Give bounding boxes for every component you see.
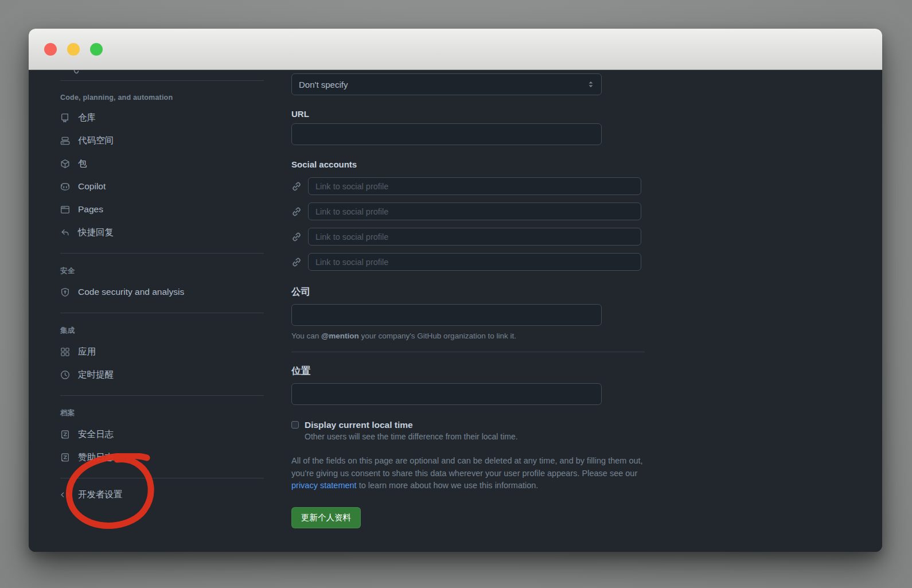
pronouns-select[interactable]: Don't specify xyxy=(291,73,602,95)
sidebar-item-sponsorship-log[interactable]: 赞助日志 xyxy=(60,446,264,469)
link-icon xyxy=(291,257,302,267)
titlebar xyxy=(29,29,882,70)
sidebar-item-copilot[interactable]: Copilot xyxy=(60,175,264,198)
maximize-button[interactable] xyxy=(90,43,103,56)
url-input[interactable] xyxy=(291,123,602,145)
browser-icon xyxy=(60,205,70,215)
clipped-item-remnant xyxy=(73,70,79,75)
sidebar-item-packages[interactable]: 包 xyxy=(60,152,264,175)
select-caret-icon xyxy=(587,80,594,88)
log-icon xyxy=(60,430,70,439)
settings-sidebar: Code, planning, and automation 仓库 代码空 xyxy=(29,70,264,552)
mention-keyword: @mention xyxy=(321,332,359,340)
sidebar-item-security-log[interactable]: 安全日志 xyxy=(60,423,264,446)
sidebar-section-label: Code, planning, and automation xyxy=(60,94,264,102)
sidebar-section-label: 安全 xyxy=(60,266,264,276)
sidebar-item-pages[interactable]: Pages xyxy=(60,198,264,221)
sidebar-divider xyxy=(60,80,264,81)
location-input[interactable] xyxy=(291,383,602,405)
update-profile-button[interactable]: 更新个人资料 xyxy=(291,507,361,528)
sidebar-divider xyxy=(60,478,264,478)
link-icon xyxy=(291,232,302,242)
sidebar-item-code-security[interactable]: Code security and analysis xyxy=(60,281,264,303)
sidebar-item-label: 包 xyxy=(78,158,87,170)
optional-fields-disclaimer: All of the fields on this page are optio… xyxy=(291,455,645,492)
social-profile-input[interactable] xyxy=(308,253,641,271)
sidebar-item-label: 应用 xyxy=(78,346,96,358)
form-divider xyxy=(291,352,645,352)
sidebar-item-saved-replies[interactable]: 快捷回复 xyxy=(60,221,264,244)
sidebar-item-scheduled-reminders[interactable]: 定时提醒 xyxy=(60,363,264,386)
package-icon xyxy=(60,159,70,169)
codespaces-icon xyxy=(60,136,70,146)
sidebar-item-developer-settings[interactable]: 开发者设置 xyxy=(60,483,264,506)
sidebar-item-label: 定时提醒 xyxy=(78,369,114,381)
url-label: URL xyxy=(291,109,645,119)
sidebar-divider xyxy=(60,313,264,313)
social-profile-input[interactable] xyxy=(308,177,641,195)
clock-icon xyxy=(60,370,70,380)
sidebar-section-label: 集成 xyxy=(60,326,264,336)
log-icon xyxy=(60,453,70,462)
display-local-time-hint: Other users will see the time difference… xyxy=(305,432,518,441)
location-label: 位置 xyxy=(291,365,645,377)
company-label: 公司 xyxy=(291,286,645,298)
sidebar-item-label: 仓库 xyxy=(78,112,96,124)
repo-icon xyxy=(60,113,70,123)
display-local-time-checkbox[interactable] xyxy=(291,421,299,429)
link-icon xyxy=(291,181,302,192)
pronouns-select-value: Don't specify xyxy=(299,80,348,89)
sidebar-divider xyxy=(60,395,264,396)
sidebar-item-codespaces[interactable]: 代码空间 xyxy=(60,129,264,152)
reply-icon xyxy=(60,228,70,237)
sidebar-divider xyxy=(60,253,264,254)
sidebar-item-label: Code security and analysis xyxy=(78,287,184,297)
social-account-row xyxy=(291,253,645,271)
social-account-row xyxy=(291,177,645,195)
privacy-statement-link[interactable]: privacy statement xyxy=(291,481,357,490)
sidebar-item-label: Copilot xyxy=(78,181,106,192)
sidebar-item-label: 赞助日志 xyxy=(78,451,114,464)
company-input[interactable] xyxy=(291,304,602,326)
apps-icon xyxy=(60,347,70,357)
code-icon xyxy=(60,490,70,500)
sidebar-item-label: 快捷回复 xyxy=(78,227,114,239)
sidebar-section-label: 档案 xyxy=(60,408,264,418)
social-account-row xyxy=(291,203,645,220)
company-hint: You can @mention your company's GitHub o… xyxy=(291,332,645,340)
app-window: Code, planning, and automation 仓库 代码空 xyxy=(29,29,882,552)
sidebar-item-applications[interactable]: 应用 xyxy=(60,340,264,363)
copilot-icon xyxy=(60,182,70,192)
social-account-row xyxy=(291,228,645,246)
link-icon xyxy=(291,207,302,217)
sidebar-item-label: 代码空间 xyxy=(78,135,114,147)
local-time-option: Display current local time Other users w… xyxy=(291,420,645,441)
sidebar-item-label: 安全日志 xyxy=(78,429,114,441)
close-button[interactable] xyxy=(44,43,57,56)
display-local-time-label: Display current local time xyxy=(305,420,518,430)
profile-form: Don't specify URL Social accounts xyxy=(264,70,645,552)
sidebar-item-label: 开发者设置 xyxy=(78,489,123,501)
shield-lock-icon xyxy=(60,287,70,297)
social-profile-input[interactable] xyxy=(308,203,641,220)
sidebar-item-repositories[interactable]: 仓库 xyxy=(60,106,264,129)
social-profile-input[interactable] xyxy=(308,228,641,246)
settings-page: Code, planning, and automation 仓库 代码空 xyxy=(29,70,882,552)
social-accounts-label: Social accounts xyxy=(291,159,645,169)
sidebar-item-label: Pages xyxy=(78,204,103,215)
minimize-button[interactable] xyxy=(67,43,80,56)
